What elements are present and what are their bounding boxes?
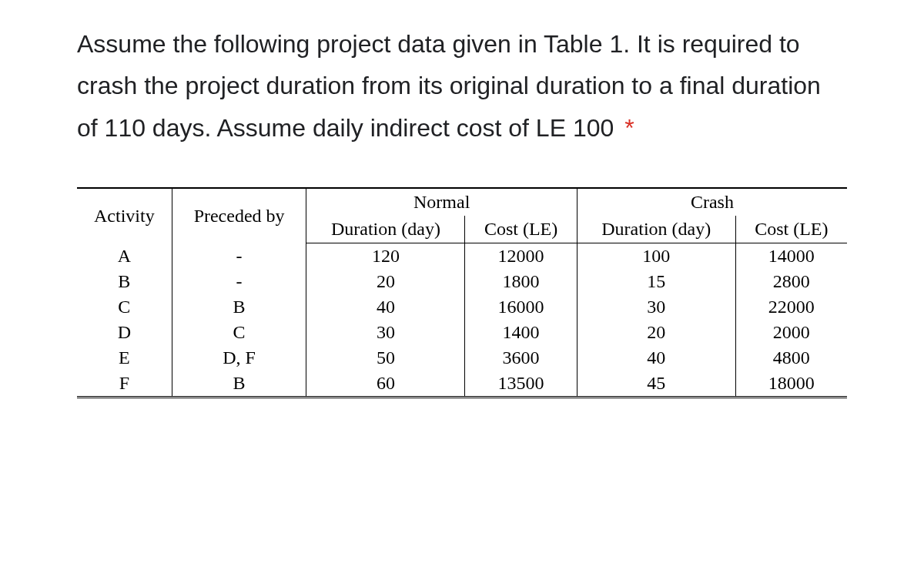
cell-crash-cost: 2800 — [735, 269, 847, 294]
cell-preceded-by: - — [172, 269, 306, 294]
header-crash-duration: Duration (day) — [577, 216, 735, 243]
question-body: Assume the following project data given … — [77, 30, 821, 142]
cell-activity: E — [77, 345, 172, 371]
header-normal-group: Normal — [306, 188, 577, 216]
header-preceded-by: Preceded by — [172, 188, 306, 243]
cell-crash-cost: 18000 — [735, 371, 847, 398]
cell-normal-duration: 40 — [306, 294, 465, 320]
cell-preceded-by: C — [172, 320, 306, 345]
question-text: Assume the following project data given … — [77, 23, 847, 149]
cell-preceded-by: D, F — [172, 345, 306, 371]
cell-normal-cost: 1800 — [465, 269, 577, 294]
cell-crash-duration: 45 — [577, 371, 735, 398]
header-normal-cost: Cost (LE) — [465, 216, 577, 243]
table-row: B - 20 1800 15 2800 — [77, 269, 847, 294]
cell-crash-cost: 22000 — [735, 294, 847, 320]
table-row: D C 30 1400 20 2000 — [77, 320, 847, 345]
table-row: F B 60 13500 45 18000 — [77, 371, 847, 398]
project-data-table-container: Activity Preceded by Normal Crash Durati… — [77, 187, 847, 398]
cell-preceded-by: - — [172, 243, 306, 270]
cell-crash-duration: 100 — [577, 243, 735, 270]
cell-normal-cost: 16000 — [465, 294, 577, 320]
cell-crash-cost: 14000 — [735, 243, 847, 270]
cell-normal-duration: 60 — [306, 371, 465, 398]
cell-activity: A — [77, 243, 172, 270]
cell-preceded-by: B — [172, 371, 306, 398]
header-crash-group: Crash — [577, 188, 847, 216]
cell-crash-cost: 4800 — [735, 345, 847, 371]
table-row: A - 120 12000 100 14000 — [77, 243, 847, 270]
cell-crash-duration: 40 — [577, 345, 735, 371]
cell-crash-duration: 30 — [577, 294, 735, 320]
cell-activity: C — [77, 294, 172, 320]
cell-normal-cost: 3600 — [465, 345, 577, 371]
cell-normal-duration: 30 — [306, 320, 465, 345]
cell-normal-cost: 12000 — [465, 243, 577, 270]
cell-crash-duration: 20 — [577, 320, 735, 345]
table-row: E D, F 50 3600 40 4800 — [77, 345, 847, 371]
cell-normal-duration: 20 — [306, 269, 465, 294]
header-crash-cost: Cost (LE) — [735, 216, 847, 243]
cell-normal-cost: 1400 — [465, 320, 577, 345]
cell-normal-duration: 50 — [306, 345, 465, 371]
required-indicator: * — [624, 114, 634, 142]
header-activity: Activity — [77, 188, 172, 243]
cell-normal-cost: 13500 — [465, 371, 577, 398]
table-body: A - 120 12000 100 14000 B - 20 1800 15 2… — [77, 243, 847, 398]
project-data-table: Activity Preceded by Normal Crash Durati… — [77, 187, 847, 398]
cell-activity: B — [77, 269, 172, 294]
header-normal-duration: Duration (day) — [306, 216, 465, 243]
cell-crash-duration: 15 — [577, 269, 735, 294]
cell-normal-duration: 120 — [306, 243, 465, 270]
cell-crash-cost: 2000 — [735, 320, 847, 345]
table-row: C B 40 16000 30 22000 — [77, 294, 847, 320]
cell-preceded-by: B — [172, 294, 306, 320]
cell-activity: D — [77, 320, 172, 345]
cell-activity: F — [77, 371, 172, 398]
